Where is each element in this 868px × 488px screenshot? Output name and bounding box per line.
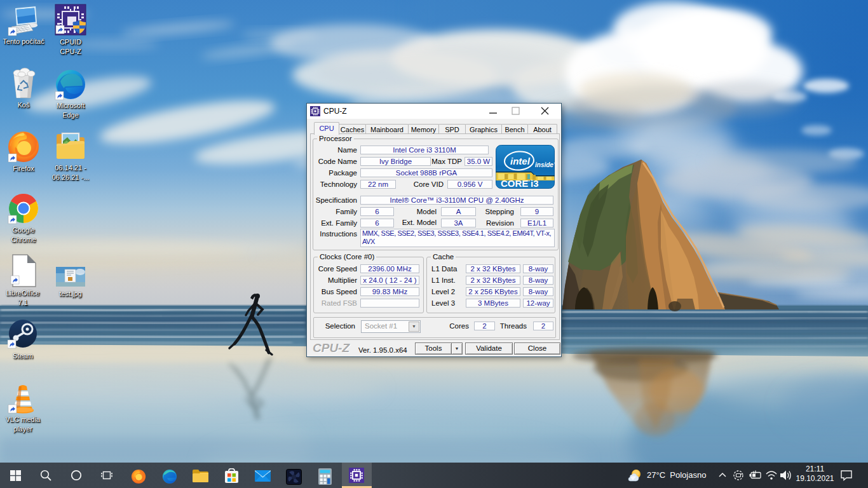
svg-text:™: ™	[527, 179, 530, 183]
svg-text:inside™: inside™	[535, 161, 555, 168]
svg-text:intel: intel	[510, 156, 531, 166]
svg-text:CORE: CORE	[501, 178, 528, 189]
svg-text:i3: i3	[531, 178, 539, 189]
